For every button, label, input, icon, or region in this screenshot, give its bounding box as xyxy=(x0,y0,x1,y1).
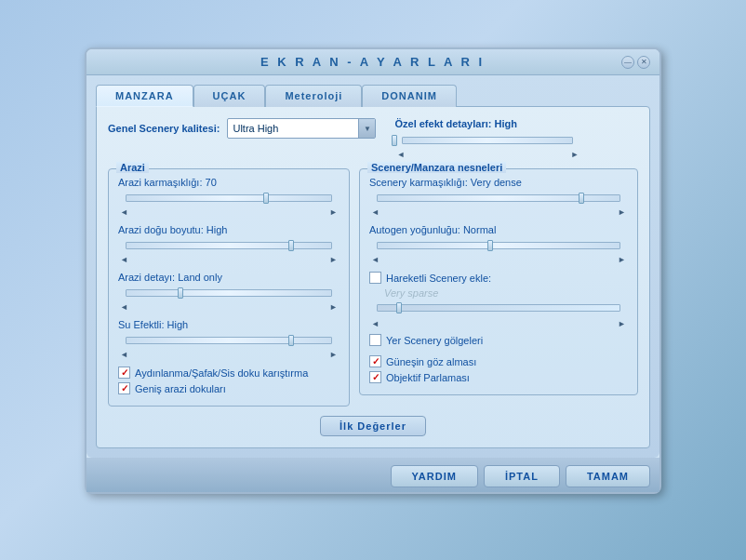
slider-left-icon: ◄ xyxy=(371,255,380,264)
genel-scenery-select[interactable]: Ultra High ▼ xyxy=(227,118,376,139)
arazi-detay-label: Arazi detayı: Land only xyxy=(118,272,340,283)
su-efektli-label: Su Efektli: High xyxy=(118,319,340,330)
arazi-dogu-row: Arazi doğu boyutu: High ◄ ► xyxy=(118,224,340,264)
aydinlanma-checkbox-row: ✓ Aydınlanma/Şafak/Sis doku karıştırma xyxy=(118,367,340,379)
select-arrow-icon: ▼ xyxy=(358,119,375,138)
tab-bar: MANZARA UÇAK Meteroloji DONANIM xyxy=(96,85,650,107)
ozel-efekt-label: Özel efekt detayları: High xyxy=(394,118,580,129)
autogen-row: Autogen yoğunluğu: Normal ◄ ► xyxy=(369,224,628,264)
checkmark-icon: ✓ xyxy=(121,383,128,393)
title-bar: E K R A N - A Y A R L A R I — ✕ xyxy=(87,49,659,75)
objektif-checkbox[interactable]: ✓ xyxy=(369,371,381,383)
slider-right-icon: ► xyxy=(329,255,338,264)
tab-donanim[interactable]: DONANIM xyxy=(362,85,457,107)
window-title: E K R A N - A Y A R L A R I xyxy=(124,55,621,69)
body-columns: Arazi Arazi karmaşıklığı: 70 ◄ ► xyxy=(108,168,638,407)
yardim-button[interactable]: YARDIM xyxy=(391,465,478,487)
genel-scenery-label: Genel Scenery kalitesi: xyxy=(108,123,220,134)
yer-scenery-checkbox[interactable] xyxy=(369,334,381,346)
ozel-slider-left-arrow: ◄ xyxy=(396,150,405,159)
genis-arazi-checkbox[interactable]: ✓ xyxy=(118,382,130,394)
hareketli-checkbox-row: Hareketli Scenery ekle: xyxy=(369,272,628,284)
aydinlanma-label: Aydınlanma/Şafak/Sis doku karıştırma xyxy=(135,367,308,379)
tab-ucak[interactable]: UÇAK xyxy=(193,85,266,107)
window-controls: — ✕ xyxy=(621,56,650,69)
gunes-label: Güneşin göz alması xyxy=(386,356,476,367)
slider-right-icon: ► xyxy=(618,207,626,217)
hareketli-slider[interactable] xyxy=(369,300,628,315)
arazi-dogu-label: Arazi doğu boyutu: High xyxy=(118,224,340,235)
tab-manzara[interactable]: MANZARA xyxy=(96,85,193,107)
arazi-section: Arazi Arazi karmaşıklığı: 70 ◄ ► xyxy=(108,168,350,407)
yer-scenery-checkbox-row: Yer Scenery gölgeleri xyxy=(369,334,628,346)
gunes-checkbox-row: ✓ Güneşin göz alması xyxy=(369,355,628,367)
slider-right-icon: ► xyxy=(618,255,626,264)
objektif-label: Objektif Parlaması xyxy=(386,372,470,383)
slider-right-icon: ► xyxy=(329,350,338,359)
genis-arazi-checkbox-row: ✓ Geniş arazi dokuları xyxy=(118,382,340,394)
hareketli-label: Hareketli Scenery ekle: xyxy=(386,273,491,284)
hareketli-checkbox[interactable] xyxy=(369,272,381,284)
arazi-karmasikligi-row: Arazi karmaşıklığı: 70 ◄ ► xyxy=(118,177,340,217)
slider-left-icon: ◄ xyxy=(371,319,380,328)
slider-left-icon: ◄ xyxy=(120,350,128,359)
checkmark-icon: ✓ xyxy=(372,356,380,367)
slider-left-icon: ◄ xyxy=(371,207,380,217)
objektif-checkbox-row: ✓ Objektif Parlaması xyxy=(369,371,628,383)
tab-meteroloji[interactable]: Meteroloji xyxy=(265,85,362,107)
aydinlanma-checkbox[interactable]: ✓ xyxy=(118,367,130,379)
footer: YARDIM İPTAL TAMAM xyxy=(87,458,659,492)
su-efektli-row: Su Efektli: High ◄ ► xyxy=(118,319,340,359)
slider-left-icon: ◄ xyxy=(120,255,128,264)
arazi-karmasikligi-slider[interactable] xyxy=(118,191,340,206)
gunes-checkbox[interactable]: ✓ xyxy=(369,355,381,367)
ozel-slider-right-arrow: ► xyxy=(571,150,579,159)
close-button[interactable]: ✕ xyxy=(637,56,650,69)
minimize-button[interactable]: — xyxy=(621,56,634,69)
genel-scenery-value: Ultra High xyxy=(228,121,358,136)
slider-right-icon: ► xyxy=(618,319,626,328)
arazi-group-title: Arazi xyxy=(116,162,149,173)
slider-right-icon: ► xyxy=(329,207,338,217)
content-area: MANZARA UÇAK Meteroloji DONANIM Genel Sc… xyxy=(87,75,659,458)
slider-right-icon: ► xyxy=(329,302,338,312)
arazi-detay-row: Arazi detayı: Land only ◄ ► xyxy=(118,272,340,312)
checkmark-icon: ✓ xyxy=(372,372,380,382)
scenery-group-title: Scenery/Manzara nesneleri xyxy=(367,162,506,173)
scenery-karmasikligi-slider[interactable] xyxy=(369,191,628,206)
autogen-slider[interactable] xyxy=(369,238,628,253)
main-window: E K R A N - A Y A R L A R I — ✕ MANZARA … xyxy=(85,47,661,494)
scenery-karmasikligi-row: Scenery karmaşıklığı: Very dense ◄ ► xyxy=(369,177,628,217)
ilk-degerler-button[interactable]: İlk Değerler xyxy=(320,416,426,436)
scenery-karmasikligi-label: Scenery karmaşıklığı: Very dense xyxy=(369,177,628,188)
arazi-group: Arazi Arazi karmaşıklığı: 70 ◄ ► xyxy=(108,168,350,407)
slider-left-icon: ◄ xyxy=(120,302,128,312)
arazi-karmasikligi-label: Arazi karmaşıklığı: 70 xyxy=(118,177,340,188)
su-efektli-slider[interactable] xyxy=(118,333,340,348)
very-sparse-text: Very sparse xyxy=(377,286,446,300)
scenery-section: Scenery/Manzara nesneleri Scenery karmaş… xyxy=(359,168,638,407)
main-panel: Genel Scenery kalitesi: Ultra High ▼ Öze… xyxy=(96,106,650,448)
slider-left-icon: ◄ xyxy=(120,207,128,217)
scenery-group: Scenery/Manzara nesneleri Scenery karmaş… xyxy=(359,168,638,395)
arazi-dogu-slider[interactable] xyxy=(118,238,340,253)
iptal-button[interactable]: İPTAL xyxy=(484,465,560,487)
genis-arazi-label: Geniş arazi dokuları xyxy=(135,383,226,394)
arazi-detay-slider[interactable] xyxy=(118,286,340,300)
bottom-button-row: İlk Değerler xyxy=(108,416,638,436)
checkmark-icon: ✓ xyxy=(121,367,128,378)
tamam-button[interactable]: TAMAM xyxy=(566,465,650,487)
autogen-label: Autogen yoğunluğu: Normal xyxy=(369,224,628,235)
ozel-efekt-section: Özel efekt detayları: High ◄ ► xyxy=(394,118,580,159)
yer-scenery-label: Yer Scenery gölgeleri xyxy=(386,335,483,346)
